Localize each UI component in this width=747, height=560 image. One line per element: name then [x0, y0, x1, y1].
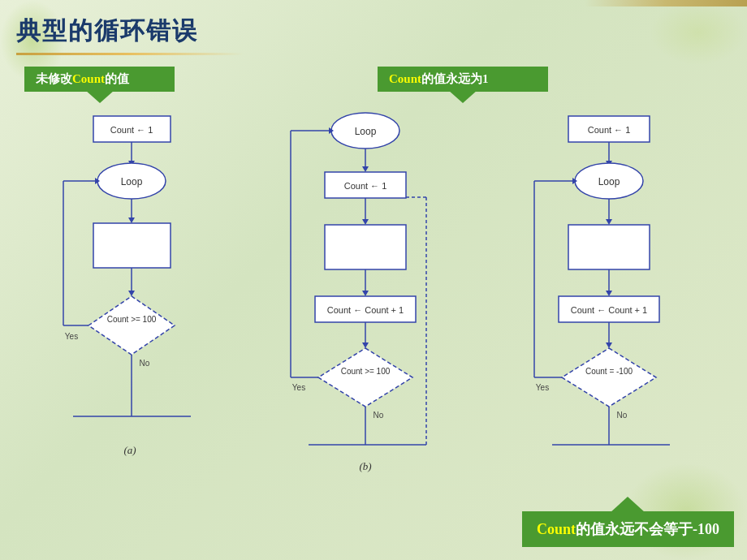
diagram-a-label: (a): [123, 444, 136, 457]
banner-middle: Count的值永远为1: [378, 67, 548, 92]
page-title: 典型的循环错误: [16, 15, 731, 48]
svg-marker-28: [362, 219, 369, 225]
svg-text:Loop: Loop: [121, 176, 143, 187]
svg-rect-56: [568, 225, 650, 269]
svg-marker-55: [606, 219, 612, 225]
svg-text:Loop: Loop: [598, 176, 620, 187]
svg-text:No: No: [617, 411, 628, 420]
svg-text:Count >= 100: Count >= 100: [107, 315, 157, 324]
bottom-banner-wrap: Count的值永远不会等于-100: [522, 511, 734, 547]
svg-rect-8: [93, 223, 171, 268]
svg-text:Loop: Loop: [355, 126, 377, 137]
banner-middle-suffix: 的值永远为1: [421, 72, 489, 85]
bottom-banner: Count的值永远不会等于-100: [522, 511, 734, 547]
svg-text:Count = -100: Count = -100: [585, 367, 633, 376]
banner-left-suffix: 的值: [105, 72, 129, 85]
decorative-stripe: [585, 0, 747, 6]
svg-text:Count ← Count + 1: Count ← Count + 1: [327, 305, 404, 315]
main-content: 典型的循环错误 未修改Count的值 Count的值永远为1 Count ← 1: [0, 0, 747, 481]
svg-marker-62: [606, 342, 612, 348]
diagram-b: Loop Count ← 1: [276, 108, 455, 473]
svg-text:Yes: Yes: [536, 383, 549, 392]
flowchart-c: Count ← 1 Loop: [520, 108, 698, 457]
banner-left-prefix: 未修改: [36, 72, 72, 85]
diagram-a: Count ← 1 Loop: [49, 108, 211, 457]
svg-text:Count ← 1: Count ← 1: [344, 181, 387, 191]
svg-text:Yes: Yes: [292, 383, 305, 392]
svg-text:No: No: [374, 411, 384, 420]
diagrams-row: Count ← 1 Loop: [16, 108, 731, 473]
title-underline: [16, 53, 244, 55]
flowchart-a: Count ← 1 Loop: [49, 108, 211, 441]
banner-left: 未修改Count的值: [24, 67, 175, 92]
banner-middle-highlight: Count: [389, 72, 421, 85]
svg-text:Count >= 100: Count >= 100: [341, 367, 391, 376]
banner-left-highlight: Count: [72, 72, 105, 85]
svg-text:Yes: Yes: [65, 332, 78, 341]
svg-marker-63: [562, 348, 656, 407]
flowchart-b: Loop Count ← 1: [276, 108, 455, 457]
banner-row: 未修改Count的值 Count的值永远为1: [16, 67, 731, 92]
svg-marker-36: [318, 348, 412, 407]
svg-marker-11: [89, 296, 175, 355]
bottom-banner-highlight: Count: [537, 521, 576, 537]
bottom-banner-suffix: 的值永远不会等于-100: [576, 521, 719, 537]
svg-rect-29: [325, 225, 406, 269]
svg-text:No: No: [140, 359, 150, 368]
svg-text:Count ← 1: Count ← 1: [110, 125, 153, 135]
svg-text:Count ← 1: Count ← 1: [588, 125, 631, 135]
svg-marker-35: [362, 342, 369, 348]
svg-marker-24: [362, 166, 369, 172]
diagram-b-label: (b): [359, 460, 371, 473]
svg-marker-58: [606, 291, 612, 296]
svg-marker-31: [362, 291, 369, 296]
svg-marker-7: [128, 218, 135, 223]
diagram-c: Count ← 1 Loop: [520, 108, 698, 460]
svg-text:Count ← Count + 1: Count ← Count + 1: [571, 305, 647, 315]
svg-marker-10: [128, 291, 135, 296]
